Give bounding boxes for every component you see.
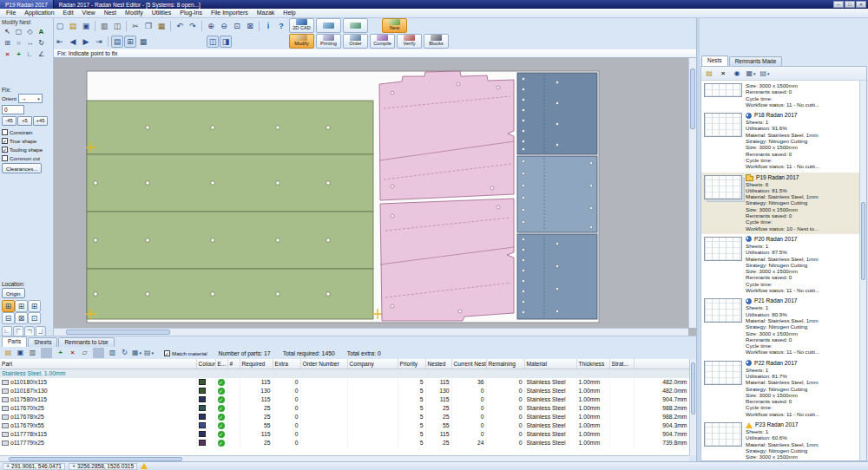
nest-settings-icon[interactable]: ◉ xyxy=(731,68,743,79)
info-icon[interactable]: i xyxy=(262,20,274,32)
move-icon[interactable]: ↔ xyxy=(24,37,36,49)
origin-preset-5-icon[interactable]: ⊠ xyxy=(15,312,28,324)
workflow-order-button[interactable]: Order xyxy=(343,34,368,49)
nest-drawing[interactable] xyxy=(54,58,688,328)
save-icon[interactable]: ▣ xyxy=(80,20,92,32)
next-sheet-icon[interactable]: ▶ xyxy=(80,36,92,48)
separator[interactable] xyxy=(93,348,104,358)
angle-input[interactable]: 0 xyxy=(2,105,24,114)
menu-item[interactable]: Application xyxy=(20,9,58,17)
parts-panel-tab[interactable]: Parts xyxy=(2,336,27,347)
split-view-icon[interactable]: ◨ xyxy=(220,36,232,48)
shape-icon[interactable]: ◇ xyxy=(24,26,36,37)
rotate-icon[interactable]: ↻ xyxy=(36,37,47,49)
menu-item[interactable]: Edit xyxy=(59,9,78,17)
green-strip-parts[interactable] xyxy=(87,101,373,319)
table-row[interactable]: o117678!x25 25 0 5 25 0 0 S xyxy=(0,413,689,421)
column-header[interactable]: Required xyxy=(240,359,273,369)
nest-entry[interactable]: P21 Radan 2017 Sheets: 1 Utilisation: 80… xyxy=(701,296,859,357)
measure-icon[interactable]: ∠ xyxy=(36,49,47,60)
column-header[interactable]: Colour xyxy=(196,359,215,369)
print-preview-icon[interactable]: ◫ xyxy=(111,20,123,32)
column-header[interactable]: Priority xyxy=(398,359,425,369)
part-properties-icon[interactable]: ▱ xyxy=(79,348,90,358)
zoom-extents-icon[interactable]: ⊠ xyxy=(244,20,256,32)
nest-canvas-area[interactable] xyxy=(54,58,696,336)
workflow-nest-button[interactable]: Nest xyxy=(382,18,407,33)
zoom-window-icon[interactable]: ▢ xyxy=(13,26,24,37)
material-group-row[interactable]: Stainless Steel, 1.00mm xyxy=(0,369,689,378)
table-row[interactable]: o117778!x115 115 0 5 115 0 0 xyxy=(0,430,689,439)
table-row[interactable]: o117580!x115 115 0 5 115 0 0 xyxy=(0,395,689,404)
origin-preset-1-icon[interactable]: ⊞ xyxy=(2,300,15,312)
menu-item[interactable]: Plug-Ins xyxy=(175,9,207,17)
grid-icon[interactable]: ⊞ xyxy=(2,37,13,49)
column-header[interactable]: Strat... xyxy=(609,359,634,369)
layers-icon[interactable]: ▦ xyxy=(137,36,149,48)
help-icon[interactable]: ? xyxy=(275,20,287,32)
origin-preset-6-icon[interactable]: ⊡ xyxy=(28,312,41,324)
origin-button[interactable]: Origin xyxy=(2,288,25,298)
parts-panel-tab[interactable]: Sheets xyxy=(28,337,57,347)
menu-item[interactable]: View xyxy=(78,9,100,17)
multi-sheet-icon[interactable]: ⊞ xyxy=(124,36,136,48)
delete-nest-icon[interactable]: × xyxy=(717,68,729,79)
option-checkbox-row[interactable]: Common cut xyxy=(2,154,52,162)
separator[interactable] xyxy=(170,21,171,31)
origin-preset-4-icon[interactable]: ⊟ xyxy=(2,312,15,324)
workflow-verify-button[interactable]: Verify xyxy=(397,34,422,49)
column-header[interactable]: Nested xyxy=(425,359,451,369)
workflow-sheet-button[interactable] xyxy=(343,18,368,33)
column-header[interactable]: Thickness xyxy=(576,359,609,369)
nest-entry[interactable]: P23 Radan 2017 Sheets: 1 Utilisation: 60… xyxy=(701,420,859,461)
open-icon[interactable]: ▤ xyxy=(67,20,79,32)
nest-entry[interactable]: Size: 3000 x 1500mm Remnants saved: 0 Cy… xyxy=(701,81,859,110)
delete-icon[interactable]: × xyxy=(2,49,13,60)
clearances-button[interactable]: Clearances... xyxy=(2,163,42,173)
scrollbar-thumb[interactable] xyxy=(691,362,695,415)
group-by-combo[interactable]: ▤ xyxy=(143,348,155,358)
nests-scrollbar[interactable] xyxy=(859,81,866,461)
column-header[interactable]: Remaining xyxy=(486,359,524,369)
column-header[interactable] xyxy=(634,359,689,369)
menu-item[interactable]: Help xyxy=(279,9,299,17)
thumbnail-size-combo[interactable]: ▦ xyxy=(745,68,757,79)
workflow-printing-button[interactable]: Printing xyxy=(316,34,341,49)
nest-entry[interactable]: P19 Radan 2017 Sheets: 6 Utilisation: 81… xyxy=(701,173,859,234)
rotate-step-button[interactable]: +5 xyxy=(17,116,32,126)
maximize-button[interactable]: □ xyxy=(845,1,855,8)
column-header[interactable]: Order Number xyxy=(300,359,347,369)
column-header[interactable]: E... xyxy=(215,359,227,369)
add-part-icon[interactable]: + xyxy=(55,348,66,358)
separator[interactable] xyxy=(95,21,95,31)
cut-icon[interactable]: ✂ xyxy=(129,20,141,32)
copy-icon[interactable]: ❐ xyxy=(142,20,155,32)
sort-nests-combo[interactable]: ▤ xyxy=(759,68,771,79)
match-material-checkbox[interactable] xyxy=(164,350,170,356)
refresh-icon[interactable]: ↻ xyxy=(119,348,130,358)
table-row[interactable]: o117779!x25 25 0 5 25 24 0 xyxy=(0,439,689,447)
sheet-list-icon[interactable]: ▤ xyxy=(111,36,123,48)
window-tab[interactable]: P19 Radan 2017 xyxy=(0,0,54,9)
option-checkbox-row[interactable]: Constrain xyxy=(2,128,52,136)
rotate-step-button[interactable]: -45 xyxy=(2,116,16,126)
scrollbar-thumb[interactable] xyxy=(66,330,170,335)
checkbox[interactable] xyxy=(2,155,8,161)
zoom-out-icon[interactable]: ⊖ xyxy=(218,20,230,32)
parts-open-icon[interactable]: ▤ xyxy=(3,348,14,358)
parts-print-icon[interactable]: ▥ xyxy=(27,348,38,358)
previous-sheet-icon[interactable]: ◀ xyxy=(67,36,79,48)
view-filter-combo[interactable]: ▦ xyxy=(131,348,142,358)
print-icon[interactable]: ▥ xyxy=(98,20,110,32)
table-row[interactable]: o110180!x115 115 0 5 115 36 0 xyxy=(0,378,689,387)
parts-panel-tab[interactable]: Remnants to Use xyxy=(58,337,114,347)
workflow-blocks-button[interactable]: Blocks xyxy=(424,34,449,49)
origin-preset-3-icon[interactable]: ⊞ xyxy=(28,300,41,312)
table-row[interactable]: o117670!x25 25 0 5 25 0 0 S xyxy=(0,404,689,413)
nest-entry[interactable]: P18 Radan 2017 Sheets: 1 Utilisation: 91… xyxy=(701,110,859,172)
column-header[interactable]: Company xyxy=(347,359,398,369)
checkbox[interactable] xyxy=(2,129,8,135)
workflow-drawing-button[interactable] xyxy=(316,18,341,33)
last-sheet-icon[interactable]: ⇥ xyxy=(93,36,105,48)
canvas-horizontal-scrollbar[interactable] xyxy=(54,328,688,336)
